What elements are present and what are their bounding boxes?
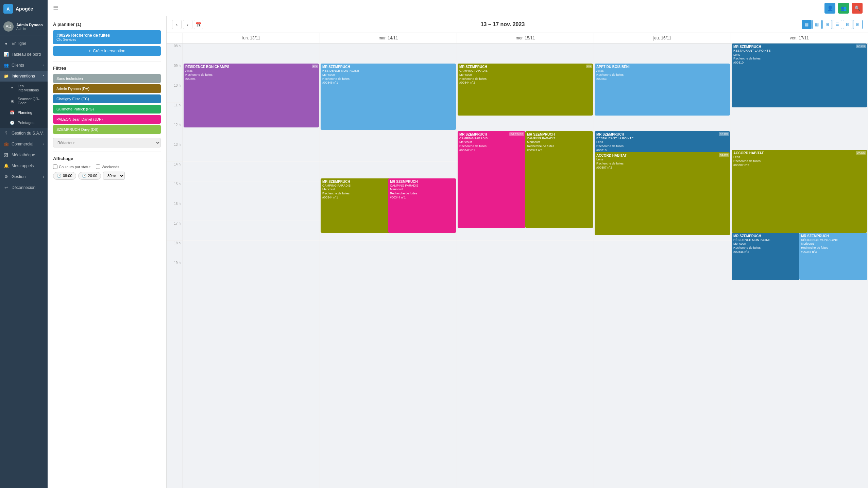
calendar-event[interactable]: APPT DU BOIS BÉNIArrasRecherche de fuite… [595,64,730,116]
filter-guilmette[interactable]: Guilmette Patrick (PG) [53,105,161,114]
event-client: APPT DU BOIS BÉNI [596,65,728,69]
sidebar-item-mes-rappels[interactable]: 🔔 Mes rappels [0,160,48,171]
sidebar-item-pointages[interactable]: 🕐 Pointages [0,118,48,128]
divider-2 [53,152,161,152]
day-col-thu[interactable]: APPT DU BOIS BÉNIArrasRecherche de fuite… [594,43,731,488]
sidebar-item-scanner-qr[interactable]: ▣ Scanner QR-Code [0,94,48,107]
sidebar-item-les-interventions[interactable]: ≡ Les interventions [0,82,48,94]
planifier-item[interactable]: #00296 Recherche de fuites Clic Services [53,30,161,44]
folder-icon: 📁 [3,73,9,79]
weekends-checkbox[interactable] [96,164,100,169]
sidebar-item-tableau-de-bord[interactable]: 📊 Tableau de bord [0,49,48,60]
time-start[interactable]: 🕐 08:00 [53,172,76,180]
sidebar-item-planning[interactable]: 📅 Planning [0,107,48,118]
event-type: Recherche de fuites [733,246,798,250]
event-client: RÉSIDENCE BON CHAMPS [185,65,317,69]
event-ref: #00263 [596,77,728,81]
sidebar-item-gestion-sav[interactable]: ? Gestion du S.A.V. [0,128,48,139]
time-settings: 🕐 08:00 🕐 20:00 30mr [53,172,161,180]
event-location: Arras [185,69,317,73]
calendar-event[interactable]: MR SZEMPRUCHRÉSIDENCE MONTAGINEMericourt… [799,233,867,280]
next-button[interactable]: › [183,20,192,29]
time-slot: 15 h [167,181,183,201]
create-intervention-button[interactable]: + Créer intervention [53,46,161,56]
couleurs-par-statut-label[interactable]: Couleurs par statut [53,164,90,169]
sidebar-item-commercial[interactable]: 💼 Commercial › [0,139,48,150]
clock-end-icon: 🕐 [82,174,87,178]
calendar-area: ‹ › 📅 13 – 17 nov. 2023 ▦ ▦ ⊞ ☰ ⊟ ⊞ lun [167,16,868,488]
view-btn-gantt[interactable]: ⊞ [853,20,863,29]
hamburger-menu[interactable]: ☰ [53,4,58,12]
view-btn-list[interactable]: ☰ [833,20,842,29]
event-location: CAMPING PARADIS [459,69,591,73]
time-slot: 11 h [167,103,183,122]
event-badge: PG [312,65,318,68]
today-button[interactable]: 📅 [194,20,203,29]
day-col-wed[interactable]: DSMR SZEMPRUCHCAMPING PARADISMericourtRe… [457,43,594,488]
day-col-tue[interactable]: MR SZEMPRUCHRÉSIDENCE MONTAGINEMericourt… [320,43,457,488]
sidebar-item-deconnexion[interactable]: ↩ Déconnexion [0,182,48,193]
chart-icon: 📊 [3,52,9,57]
app-logo: A Apogée [0,0,48,18]
sidebar-item-clients[interactable]: 👥 Clients › [0,60,48,71]
calendar-event[interactable]: DA DSACCORD HABITATLensRecherche de fuit… [732,150,867,233]
avatar: AD [3,21,14,32]
view-btn-week[interactable]: ▦ [812,20,822,29]
calendar-event[interactable]: DA DSACCORD HABITATLensRecherche de fuit… [595,152,730,235]
affichage-options: Couleurs par statut Weekends [53,164,161,169]
calendar-event[interactable]: MR SZEMPRUCHRÉSIDENCE MONTAGINEMericourt… [732,233,799,280]
couleurs-par-statut-checkbox[interactable] [53,164,57,169]
logout-icon: ↩ [3,185,9,190]
sidebar-item-mediatheque[interactable]: 🖼 Médiathèque [0,150,48,160]
event-type: Recherche de fuites [733,57,865,61]
calendar-event[interactable]: MR SZEMPRUCHRÉSIDENCE MONTAGINEMericourt… [321,64,456,130]
filter-admin-dynoco[interactable]: Admin Dynoco (DA) [53,84,161,93]
time-slot: 08 h [167,43,183,63]
main-content: ☰ 👤 👥 🔍 À planifier (1) #00296 Recherche… [48,0,868,488]
sidebar-item-en-ligne[interactable]: ● En ligne [0,38,48,49]
event-ref: #00347 n°1 [527,149,591,152]
calendar-navigation: ‹ › 📅 [172,20,203,29]
calendar-event[interactable]: EC DSMR SZEMPRUCHRESTAURANT LA POINTELen… [732,43,867,107]
duration-select[interactable]: 30mr [103,172,125,180]
topbar: ☰ 👤 👥 🔍 [48,0,868,16]
calendar-event[interactable]: MR SZEMPRUCHCAMPING PARADISMericourtRech… [525,131,593,228]
sidebar-item-gestion[interactable]: ⚙ Gestion › [0,171,48,182]
calendar-event[interactable]: MR SZEMPRUCHCAMPING PARADISMericourtRech… [388,178,456,233]
event-sublocation: Mericourt [801,242,865,246]
chevron-right-2-icon: › [43,175,44,179]
day-col-fri[interactable]: EC DSMR SZEMPRUCHRESTAURANT LA POINTELen… [731,43,868,488]
event-client: MR SZEMPRUCH [390,180,454,184]
filter-sans-technicien[interactable]: Sans technicien [53,74,161,83]
event-client: MR SZEMPRUCH [322,65,454,69]
search-button[interactable]: 🔍 [852,3,863,14]
calendar-event[interactable]: DA PG DSMR SZEMPRUCHCAMPING PARADISMeric… [458,131,525,228]
topbar-btn-1[interactable]: 👤 [824,3,835,14]
event-location: CAMPING PARADIS [527,137,591,141]
prev-button[interactable]: ‹ [172,20,182,29]
calendar-title: 13 – 17 nov. 2023 [481,21,525,28]
time-slot: 19 h [167,260,183,280]
event-type: Recherche de fuites [596,144,728,149]
user-info: AD Admin Dynoco Admin [0,18,48,35]
event-sublocation: Lens [596,140,728,144]
event-client: ACCORD HABITAT [733,151,865,155]
calendar-event[interactable]: EC DSMR SZEMPRUCHRESTAURANT LA POINTELen… [595,131,730,155]
filter-paleon[interactable]: PALEON Jean Daniel (JDP) [53,115,161,124]
time-end[interactable]: 🕐 20:00 [78,172,101,180]
affichage-title: Affichage [53,156,161,161]
event-location: RÉSIDENCE MONTAGINE [322,69,454,73]
filter-chatigny[interactable]: Chatigny Elise (EC) [53,94,161,103]
topbar-btn-2[interactable]: 👥 [838,3,849,14]
redacteur-select[interactable]: Rédacteur [53,138,161,147]
weekends-label[interactable]: Weekends [96,164,119,169]
event-sublocation: Mericourt [322,73,454,77]
view-btn-timeline[interactable]: ⊟ [843,20,852,29]
view-btn-day[interactable]: ▦ [802,20,812,29]
sidebar-item-interventions[interactable]: 📁 Interventions ˅ [0,71,48,82]
filter-szempruch[interactable]: SZEMPRUCH Davy (DS) [53,125,161,134]
calendar-event[interactable]: DSMR SZEMPRUCHCAMPING PARADISMericourtRe… [458,64,593,116]
view-btn-month[interactable]: ⊞ [822,20,832,29]
calendar-event[interactable]: PGRÉSIDENCE BON CHAMPSArrasRecherche de … [184,64,319,127]
day-col-mon[interactable]: PGRÉSIDENCE BON CHAMPSArrasRecherche de … [183,43,320,488]
